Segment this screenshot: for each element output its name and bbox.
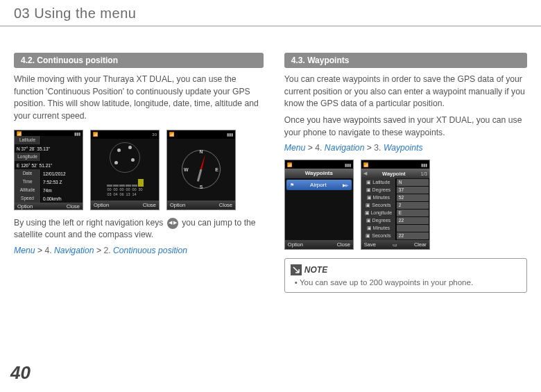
field-row: ▣ Seconds2 [361,201,429,209]
signal-icon: 📶 [17,131,22,136]
field-row: ▣ Seconds22 [361,232,429,239]
book-icon: ▭ [393,242,397,248]
battery-icon: ▮▮▮ [345,162,351,167]
softkey-bar: Save ▭ Clear [361,240,429,249]
compass: N S E W [182,150,221,189]
phone-screenshot-satellite: 📶 30 000000000030 [90,130,160,210]
softkey-left: Option [17,203,33,210]
field-row: ▣ LongitudeE [361,209,429,216]
field-value: 22 [397,232,429,239]
field-value: 22 [397,217,429,224]
satellite-circle [110,142,140,173]
phone-screenshot-position: 📶 ▮▮▮ LatitudeN 37° 28´ 35.13"LongitudeE… [14,130,83,210]
field-value: 2 [397,202,429,209]
signal-icon: 📶 [287,162,292,167]
field-value: N [397,179,429,186]
count-badge: 30 [152,133,157,137]
softkey-left: Save [364,241,376,248]
empty-area [285,191,353,240]
compass-n: N [199,149,203,154]
data-row: Longitude [15,153,83,161]
phone-screenshot-compass: 📶 ▮▮▮ N S E W Option Close [166,130,236,210]
satellite-ids: 0304061314 [107,192,144,196]
page-header: 03 Using the menu [0,0,541,26]
screen-body: LatitudeN 37° 28´ 35.13"LongitudeE 126° … [15,136,83,203]
paragraph: By using the left or right navigation ke… [14,217,264,241]
nav-number: 4. [44,246,51,255]
nav-link: Menu [14,246,35,255]
field-row: ▣ Degrees22 [361,216,429,224]
paragraph: Once you have waypoints saved in your XT… [284,114,527,139]
softkey-bar: Option Close [91,201,159,210]
page-number: 40 [10,362,31,384]
compass-view: N S E W [167,139,235,201]
row-label: Altitude [15,186,41,194]
section-heading-4-3: 4.3. Waypoints [284,53,527,68]
field-row: ▣ Minutes [361,224,429,232]
row-value: E 126° 52´ 51.21" [15,163,83,168]
sat-id: 13 [126,192,131,196]
status-bar: 📶 ▮▮▮ [15,130,83,137]
play-icon: ▶▶ [343,182,348,187]
data-row: Date12/01/2012 [15,169,83,178]
column-right: 4.3. Waypoints You can create waypoints … [284,53,527,293]
signal-icon: 📶 [363,162,368,167]
waypoint-name: Airport [310,182,327,188]
compass-needle-tail-icon [197,169,203,182]
nav-link: Navigation [325,143,365,153]
softkey-right: Close [337,241,350,248]
softkey-right: Close [143,202,156,208]
row-value: N 37° 28´ 35.13" [15,146,83,151]
softkey-bar: Option Close [285,240,353,249]
sat-id [138,192,144,196]
paragraph: While moving with your Thuraya XT DUAL, … [14,74,264,123]
field-row: ▣ LatitudeN [361,178,429,186]
column-left: 4.2. Continuous position While moving wi… [14,53,264,293]
signal-icon: 📶 [93,132,98,137]
softkey-left: Option [94,202,109,208]
data-row: E 126° 52´ 51.21" [15,161,83,169]
page-counter: 1/3 [421,171,427,176]
paragraph: You can create waypoints in order to sav… [284,74,527,110]
nav-link: Waypoints [384,143,423,153]
softkey-bar: Option Close [15,203,83,209]
note-item: You can save up to 200 waypoints in your… [291,278,518,287]
satellite-bars [107,177,144,187]
row-value: 0.00km/h [41,196,83,201]
data-row: Speed0.00km/h [15,194,83,203]
waypoint-fields: ▣ LatitudeN▣ Degrees37▣ Minutes52▣ Secon… [361,178,429,240]
row-label: Time [15,178,41,186]
status-bar: 📶 ▮▮▮ [167,130,235,139]
satellite-view: 000000000030 0304061314 [91,139,159,201]
data-row: N 37° 28´ 35.13" [15,144,83,153]
phone-screenshot-waypoints-list: 📶 ▮▮▮ Waypoints ⚑ Airport ▶▶ Option Clos… [284,160,354,250]
row-label: Latitude [15,136,41,144]
breadcrumb-path: Menu > 4. Navigation > 3. Waypoints [284,143,527,153]
screenshot-row: 📶 ▮▮▮ LatitudeN 37° 28´ 35.13"LongitudeE… [14,130,264,210]
note-arrow-icon [291,264,302,275]
field-row: ▣ Degrees37 [361,186,429,194]
softkey-left: Option [170,202,185,208]
nav-left-right-icon [167,218,178,229]
sat-value: 00 [119,187,125,191]
note-label: NOTE [304,265,327,275]
nav-number: 4. [315,143,322,153]
sat-value: 00 [113,187,119,191]
field-value: 52 [397,194,429,201]
data-row: Time7:52:53 Z [15,178,83,186]
satellite-values: 000000000030 [107,187,144,191]
field-label: ▣ Seconds [361,232,396,240]
nav-link: Continuous position [113,246,187,255]
screen-title: Waypoints [285,169,353,178]
status-bar: 📶 30 [91,130,159,139]
nav-link: Menu [284,143,306,153]
row-value: 7:52:53 Z [41,180,83,185]
screenshot-row: 📶 ▮▮▮ Waypoints ⚑ Airport ▶▶ Option Clos… [284,160,527,250]
data-row: Latitude [15,136,83,144]
row-label: Longitude [15,153,41,161]
sat-value: 00 [132,187,137,191]
battery-icon: ▮▮▮ [74,131,80,136]
field-value [397,225,429,232]
field-row: ▣ Minutes52 [361,194,429,201]
softkey-right: Clear [414,241,427,248]
